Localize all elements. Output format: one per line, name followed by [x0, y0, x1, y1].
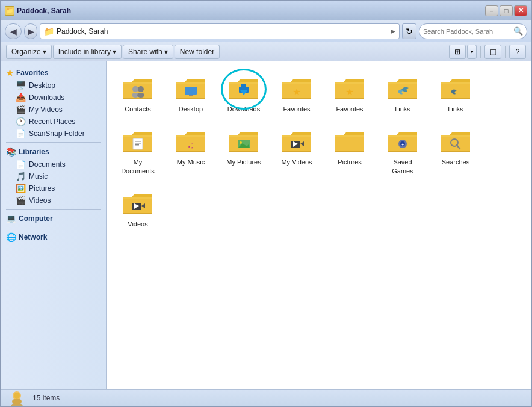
file-label-contacts: Contacts	[125, 105, 150, 113]
main-area: ★ Favorites 🖥️ Desktop 📥 Downloads 🎬 My …	[1, 61, 531, 389]
sidebar-item-recent-places[interactable]: 🕐 Recent Places	[1, 116, 106, 128]
new-folder-button[interactable]: New folder	[175, 45, 220, 59]
maximize-button[interactable]: □	[500, 5, 513, 16]
file-item-downloads[interactable]: Downloads	[220, 69, 268, 117]
file-label-desktop: Desktop	[179, 105, 203, 113]
new-folder-label: New folder	[180, 48, 214, 56]
file-grid: Contacts Desktop Downloads	[114, 69, 524, 232]
libraries-header-label: Libraries	[19, 148, 49, 156]
sidebar-item-videos[interactable]: 🎬 Videos	[1, 194, 106, 207]
address-bar[interactable]: 📁 Paddock, Sarah ▶	[40, 23, 400, 39]
svg-point-0	[132, 86, 138, 92]
sidebar-item-scansnap[interactable]: 📄 ScanSnap Folder	[1, 128, 106, 140]
sidebar-item-desktop[interactable]: 🖥️ Desktop	[1, 79, 106, 92]
title-bar: 📁 Paddock, Sarah – □ ✕	[1, 1, 531, 20]
folder-icon-wrapper-my-pictures	[226, 125, 262, 157]
share-with-button[interactable]: Share with ▾	[123, 45, 173, 59]
svg-point-33	[14, 393, 20, 399]
favorites-header-label: Favorites	[16, 69, 48, 77]
svg-rect-9	[241, 84, 246, 89]
file-item-favorites[interactable]: ★ Favorites	[273, 69, 321, 117]
sidebar-header-computer[interactable]: 💻 Computer	[1, 212, 106, 225]
file-label-videos: Videos	[128, 220, 147, 228]
file-item-my-videos[interactable]: My Videos	[273, 122, 321, 179]
sidebar-item-downloads[interactable]: 📥 Downloads	[1, 92, 106, 104]
svg-point-3	[137, 93, 144, 98]
help-button[interactable]: ?	[509, 45, 526, 59]
desktop-icon: 🖥️	[16, 81, 26, 90]
sidebar-item-documents[interactable]: 📄 Documents	[1, 158, 106, 170]
file-item-contacts[interactable]: Contacts	[114, 69, 162, 117]
file-item-links[interactable]: Links	[379, 69, 427, 117]
main-window: 📁 Paddock, Sarah – □ ✕ ◀ ▶ 📁 Paddock, Sa…	[0, 0, 532, 407]
sidebar-section-libraries: 📚 Libraries 📄 Documents 🎵 Music 🖼️ Pictu…	[1, 145, 106, 207]
status-bar: 15 items	[1, 389, 531, 406]
file-label-favorites2: Favorites	[336, 105, 363, 113]
sidebar-item-my-videos[interactable]: 🎬 My Videos	[1, 104, 106, 116]
file-label-links2: Links	[448, 105, 463, 113]
sidebar-section-computer: 💻 Computer	[1, 212, 106, 225]
folder-icon-wrapper-desktop	[173, 72, 209, 104]
documents-icon: 📄	[16, 160, 26, 169]
view-panel-button[interactable]: ◫	[484, 45, 501, 59]
sidebar-item-music[interactable]: 🎵 Music	[1, 170, 106, 182]
svg-rect-5	[189, 95, 193, 96]
file-item-favorites2[interactable]: ★ Favorites	[326, 69, 374, 117]
file-item-desktop[interactable]: Desktop	[167, 69, 215, 117]
svg-rect-15	[135, 144, 139, 146]
share-with-label: Share with	[128, 48, 162, 56]
svg-rect-6	[187, 96, 194, 96]
sidebar-header-network[interactable]: 🌐 Network	[1, 231, 106, 244]
file-label-pictures: Pictures	[338, 158, 362, 166]
file-item-links2[interactable]: Links	[431, 69, 480, 117]
scansnap-icon: 📄	[16, 129, 26, 138]
file-area: Contacts Desktop Downloads	[107, 61, 531, 389]
search-input[interactable]	[423, 28, 513, 35]
folder-icon-wrapper-searches	[438, 125, 474, 157]
view-dropdown-button[interactable]: ▾	[467, 45, 477, 59]
svg-point-2	[138, 86, 144, 92]
sidebar-item-documents-label: Documents	[29, 160, 66, 169]
minimize-button[interactable]: –	[485, 5, 498, 16]
file-item-saved-games[interactable]: ♠ Saved Games	[379, 122, 427, 179]
sidebar-header-favorites[interactable]: ★ Favorites	[1, 66, 106, 79]
navigation-bar: ◀ ▶ 📁 Paddock, Sarah ▶ ↻ 🔍	[1, 20, 531, 42]
folder-icon-wrapper-my-documents	[120, 125, 156, 157]
include-library-button[interactable]: Include in library ▾	[53, 45, 122, 59]
folder-icon-wrapper-contacts	[120, 72, 156, 104]
libraries-icon: 📚	[6, 147, 16, 157]
folder-icon-wrapper-favorites2: ★	[332, 72, 368, 104]
refresh-button[interactable]: ↻	[402, 23, 416, 39]
file-item-my-pictures[interactable]: My Pictures	[220, 122, 268, 179]
file-item-videos[interactable]: Videos	[114, 184, 162, 232]
sidebar: ★ Favorites 🖥️ Desktop 📥 Downloads 🎬 My …	[1, 61, 107, 389]
folder-icon-wrapper-downloads	[226, 72, 262, 104]
file-label-links: Links	[395, 105, 410, 113]
toolbar-separator2	[505, 46, 506, 58]
view-grid-button[interactable]: ⊞	[449, 45, 466, 59]
back-button[interactable]: ◀	[5, 23, 22, 39]
music-icon: 🎵	[16, 172, 26, 181]
sidebar-item-videos-label: Videos	[29, 196, 51, 205]
title-bar-controls: – □ ✕	[485, 5, 527, 16]
organize-button[interactable]: Organize ▾	[6, 45, 52, 59]
svg-rect-12	[133, 138, 143, 149]
sidebar-header-libraries[interactable]: 📚 Libraries	[1, 145, 106, 158]
sidebar-item-pictures[interactable]: 🖼️ Pictures	[1, 182, 106, 194]
file-item-searches[interactable]: Searches	[431, 122, 480, 179]
include-library-label: Include in library	[58, 48, 111, 56]
downloads-icon: 📥	[16, 93, 26, 102]
search-icon[interactable]: 🔍	[513, 26, 523, 36]
organize-arrow: ▾	[43, 48, 46, 56]
folder-icon-wrapper-my-videos	[279, 125, 315, 157]
forward-button[interactable]: ▶	[24, 23, 37, 39]
sidebar-divider-2	[6, 209, 101, 210]
pictures-icon: 🖼️	[16, 184, 26, 193]
file-item-my-music[interactable]: ♫ My Music	[167, 122, 215, 179]
svg-rect-14	[135, 143, 141, 144]
sidebar-item-downloads-label: Downloads	[29, 93, 64, 102]
close-button[interactable]: ✕	[514, 5, 527, 16]
file-item-my-documents[interactable]: My Documents	[114, 122, 162, 179]
include-library-arrow: ▾	[113, 48, 116, 56]
file-item-pictures[interactable]: Pictures	[326, 122, 374, 179]
